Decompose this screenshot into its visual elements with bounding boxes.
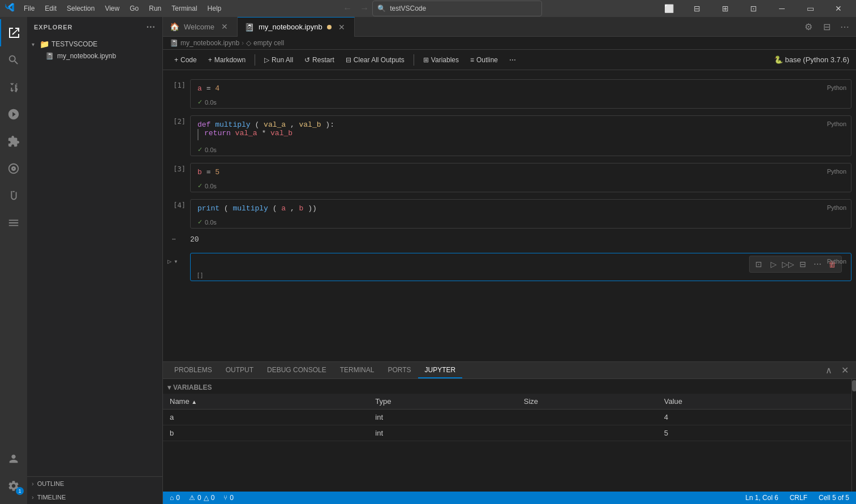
status-errors[interactable]: ⚠ 0 △ 0 [187, 494, 217, 502]
clear-outputs-button[interactable]: ⊟ Clear All Outputs [341, 54, 409, 66]
menu-selection[interactable]: Selection [62, 2, 99, 15]
tab-notebook-close[interactable]: ✕ [336, 21, 347, 33]
breadcrumb-cell-name[interactable]: empty cell [253, 39, 284, 47]
tab-output[interactable]: OUTPUT [219, 363, 260, 378]
cell-4-code[interactable]: print ( multiply ( a , b )) [191, 200, 851, 217]
variables-button[interactable]: ⊞ Variables [419, 54, 463, 66]
menu-help[interactable]: Help [203, 2, 226, 15]
panel-close-icon[interactable]: ✕ [838, 364, 851, 377]
close-button[interactable]: ✕ [825, 0, 851, 17]
cell-4-content[interactable]: print ( multiply ( a , b )) ✓ 0.0s Pytho… [190, 199, 851, 229]
var-row-b[interactable]: b int 5 [163, 425, 851, 441]
add-markdown-button[interactable]: + Markdown [204, 54, 250, 66]
cell-toolbar-run[interactable]: ▷ [767, 257, 780, 271]
cell-3-code[interactable]: b = 5 [191, 163, 851, 181]
cell-5-run-btn[interactable]: ▷ ▾ [167, 255, 186, 268]
window-layout2-icon[interactable]: ⊟ [684, 0, 710, 17]
fn-multiply2: multiply [233, 204, 268, 213]
search-bar[interactable]: 🔍 testVSCode [372, 1, 542, 16]
toolbar-more-button[interactable]: ⋯ [505, 54, 521, 66]
return-val-a: val_a [235, 129, 257, 137]
sidebar-item-data-wrangler[interactable] [0, 209, 27, 236]
cell-3-check: ✓ [197, 182, 203, 189]
col-extra [818, 394, 851, 410]
cell-toolbar-collapse[interactable]: ⊡ [752, 257, 765, 271]
menu-view[interactable]: View [100, 2, 124, 15]
status-position[interactable]: Ln 1, Col 6 [743, 494, 781, 502]
notebook-more-icon[interactable]: ⋯ [838, 20, 851, 33]
outline-button[interactable]: ≡ Outline [466, 54, 502, 66]
cell-toolbar-clear[interactable]: ⊟ [796, 257, 810, 271]
notebook-split-icon[interactable]: ⊟ [820, 20, 833, 33]
breadcrumb-notebook-name[interactable]: my_notebook.ipynb [180, 39, 239, 47]
restart-icon: ↺ [304, 56, 310, 64]
panel-expand-icon[interactable]: ∧ [822, 364, 836, 377]
menu-terminal[interactable]: Terminal [167, 2, 201, 15]
cell-3-content[interactable]: b = 5 ✓ 0.0s Python [190, 163, 851, 192]
menu-edit[interactable]: Edit [40, 2, 61, 15]
tab-ports[interactable]: PORTS [381, 363, 418, 378]
kw-return: return [204, 129, 235, 137]
tab-jupyter[interactable]: JUPYTER [418, 363, 463, 378]
cell-2-code[interactable]: def multiply ( val_a , val_b ): return [191, 116, 851, 145]
scrollbar-thumb[interactable] [852, 380, 856, 391]
window-layout4-icon[interactable]: ⊡ [741, 0, 767, 17]
col-value[interactable]: Value [657, 394, 818, 410]
workspace-name: TESTVSCODE [51, 40, 97, 48]
run-all-button[interactable]: ▷ Run All [260, 54, 298, 66]
col-type[interactable]: Type [368, 394, 517, 410]
tab-welcome-close[interactable]: ✕ [219, 21, 230, 32]
add-markdown-label: Markdown [214, 56, 246, 64]
minimize-button[interactable]: ─ [769, 0, 795, 17]
tab-debug-console[interactable]: DEBUG CONSOLE [260, 363, 333, 378]
menu-go[interactable]: Go [125, 2, 143, 15]
sidebar-more-button[interactable]: ⋯ [146, 21, 156, 32]
menu-run[interactable]: Run [144, 2, 166, 15]
sidebar-item-explorer[interactable] [0, 19, 27, 46]
sidebar-item-search[interactable] [0, 46, 27, 74]
sidebar-item-account[interactable] [0, 445, 27, 472]
nav-forward-button[interactable]: → [356, 1, 372, 16]
cell-1-content[interactable]: a = 4 ✓ 0.0s Python [190, 79, 851, 109]
timeline-toggle[interactable]: › TIMELINE [27, 490, 162, 504]
cell-toolbar-more[interactable]: ⋯ [811, 257, 824, 271]
menu-file[interactable]: File [19, 2, 39, 15]
sidebar-item-settings[interactable]: 1 [0, 472, 27, 499]
sidebar-item-remote-explorer[interactable] [0, 155, 27, 182]
cell-5-content[interactable]: ⊡ ▷ ▷▷ ⊟ ⋯ 🗑 [ ] Python [190, 253, 851, 281]
sidebar-item-source-control[interactable] [0, 74, 27, 101]
restart-button[interactable]: ↺ Restart [300, 54, 339, 66]
sidebar-item-testing[interactable] [0, 182, 27, 209]
file-my-notebook[interactable]: 📓 my_notebook.ipynb [27, 50, 162, 62]
status-cell[interactable]: Cell 5 of 5 [816, 494, 851, 502]
notebook-settings-icon[interactable]: ⚙ [802, 20, 815, 33]
code-num-5: 5 [215, 168, 220, 176]
cell-2-content[interactable]: def multiply ( val_a , val_b ): return [190, 115, 851, 156]
outline-icon: ≡ [470, 56, 474, 64]
var-row-a[interactable]: a int 4 [163, 410, 851, 425]
tab-welcome[interactable]: 🏠 Welcome ✕ [163, 17, 238, 37]
window-layout-icon[interactable]: ⬜ [656, 0, 682, 17]
tab-terminal[interactable]: TERMINAL [333, 363, 381, 378]
git-count: 0 [230, 494, 234, 502]
status-encoding[interactable]: CRLF [788, 494, 810, 502]
nav-back-button[interactable]: ← [339, 1, 355, 16]
col-name[interactable]: Name ▲ [163, 394, 368, 410]
status-remote[interactable]: ⌂ 0 [167, 494, 182, 502]
variables-header: ▾ VARIABLES [163, 381, 851, 394]
cell-1-code[interactable]: a = 4 [191, 80, 851, 97]
workspace-folder[interactable]: ▾ 📁 TESTVSCODE [27, 38, 162, 50]
add-code-button[interactable]: + Code [170, 54, 201, 66]
status-git[interactable]: ⑂ 0 [221, 494, 236, 502]
sidebar-item-run-debug[interactable] [0, 101, 27, 128]
col-size[interactable]: Size [517, 394, 657, 410]
op-multiply: * [261, 129, 270, 137]
sidebar-item-extensions[interactable] [0, 128, 27, 155]
tab-notebook[interactable]: 📓 my_notebook.ipynb ✕ [238, 17, 355, 37]
outline-toggle[interactable]: › OUTLINE [27, 477, 162, 490]
restore-button[interactable]: ▭ [797, 0, 823, 17]
window-layout3-icon[interactable]: ⊞ [712, 0, 738, 17]
kernel-label[interactable]: base (Python 3.7.6) [785, 55, 849, 64]
tab-problems[interactable]: PROBLEMS [167, 363, 219, 378]
cell-toolbar-run-all[interactable]: ▷▷ [781, 257, 795, 271]
